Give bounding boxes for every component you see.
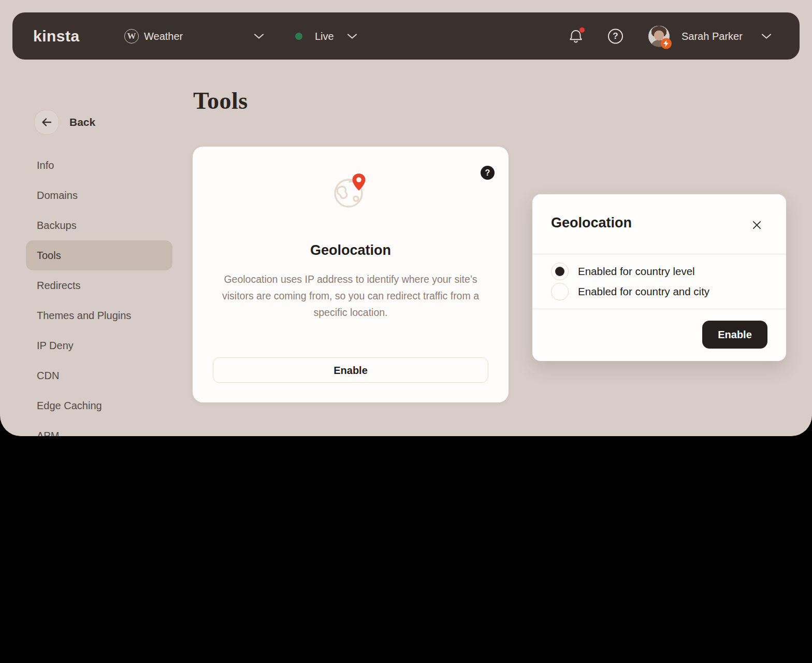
back-label[interactable]: Back: [69, 116, 95, 128]
card-title: Geolocation: [193, 242, 509, 258]
sidebar-item-themes-and-plugins[interactable]: Themes and Plugins: [26, 300, 172, 330]
kinsta-logo: kinsta: [33, 27, 80, 45]
radio-button[interactable]: [551, 263, 569, 280]
radio-option-country-and-city[interactable]: Enabled for country and city: [551, 283, 709, 300]
sidebar-item-tools[interactable]: Tools: [26, 240, 172, 270]
chevron-down-icon[interactable]: [347, 33, 357, 39]
notifications-button[interactable]: [569, 28, 583, 44]
sidebar-item-edge-caching[interactable]: Edge Caching: [26, 391, 172, 421]
sidebar-item-apm[interactable]: APM: [26, 421, 172, 436]
top-navbar: kinsta W Weather Live ? Sarah Parker: [12, 12, 800, 60]
environment-selector-label[interactable]: Live: [315, 30, 334, 42]
sidebar-item-backups[interactable]: Backups: [26, 210, 172, 240]
wordpress-icon: W: [124, 29, 139, 44]
sidebar-item-ip-deny[interactable]: IP Deny: [26, 330, 172, 361]
divider: [532, 254, 786, 254]
notification-badge: [579, 27, 585, 33]
geolocation-card: ? Geolocation Geolocation uses IP addres…: [193, 147, 509, 402]
close-icon: [752, 220, 762, 230]
back-button[interactable]: [34, 110, 59, 135]
user-avatar[interactable]: [648, 25, 670, 47]
arrow-left-icon: [40, 116, 53, 129]
card-description: Geolocation uses IP address to identify …: [218, 271, 483, 321]
sidebar-item-domains[interactable]: Domains: [26, 180, 172, 210]
sidebar-item-cdn[interactable]: CDN: [26, 361, 172, 391]
help-circle-button[interactable]: ?: [481, 166, 495, 180]
geolocation-modal: Geolocation Enabled for country level En…: [532, 194, 786, 361]
close-button[interactable]: [750, 218, 763, 232]
live-status-dot: [295, 33, 302, 40]
sidebar-nav: Info Domains Backups Tools Redirects The…: [26, 150, 172, 436]
user-name[interactable]: Sarah Parker: [682, 30, 743, 42]
radio-option-country-level[interactable]: Enabled for country level: [551, 263, 695, 280]
chevron-down-icon[interactable]: [761, 33, 772, 39]
page-title: Tools: [193, 87, 248, 114]
sidebar-item-info[interactable]: Info: [26, 150, 172, 180]
divider: [532, 309, 786, 309]
modal-title: Geolocation: [551, 215, 632, 231]
app-window: kinsta W Weather Live ? Sarah Parker: [0, 0, 812, 436]
help-button[interactable]: ?: [608, 28, 623, 44]
sidebar-item-redirects[interactable]: Redirects: [26, 270, 172, 300]
chevron-down-icon[interactable]: [254, 33, 264, 39]
site-selector-label[interactable]: Weather: [144, 30, 183, 42]
globe-location-pin-icon: [331, 171, 370, 211]
question-icon: ?: [485, 168, 490, 178]
radio-button[interactable]: [551, 283, 569, 300]
lightning-badge-icon: [661, 38, 672, 49]
modal-enable-button[interactable]: Enable: [702, 321, 767, 349]
enable-button[interactable]: Enable: [213, 357, 488, 383]
question-icon: ?: [613, 31, 618, 41]
